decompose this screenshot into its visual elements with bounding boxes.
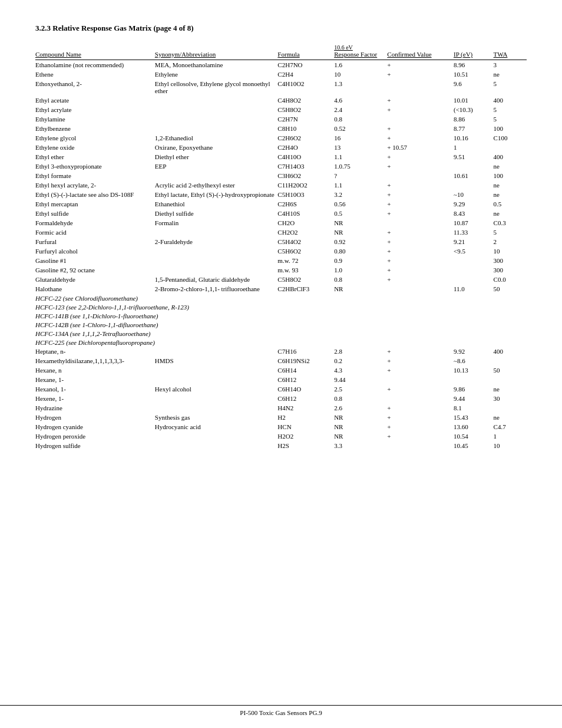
page: 3.2.3 Relative Response Gas Matrix (page… bbox=[0, 0, 562, 728]
cell-ip: 15.43 bbox=[454, 413, 494, 422]
table-row: Ethyl (S)-(-)-lactate see also DS-108FEt… bbox=[35, 190, 527, 199]
cell-compound: Ethyl mercaptan bbox=[35, 199, 155, 209]
cell-compound: Gasoline #2, 92 octane bbox=[35, 265, 155, 275]
cell-ip: 9.21 bbox=[454, 237, 494, 246]
cell-twa: 5 bbox=[494, 228, 527, 237]
cell-confirmed: + bbox=[387, 356, 454, 365]
cell-twa: 100 bbox=[494, 171, 527, 180]
cell-synonym: Diethyl sulfide bbox=[155, 209, 278, 218]
table-row: HCFC-22 (see Chlorodifluoromethane) bbox=[35, 294, 527, 302]
cell-ip: 8.1 bbox=[454, 403, 494, 413]
cell-rf: 0.9 bbox=[334, 256, 387, 265]
cell-ip: 9.86 bbox=[454, 384, 494, 394]
cell-confirmed: + bbox=[387, 162, 454, 171]
cell-ip: 1 bbox=[454, 143, 494, 152]
table-row: Ethyl sulfideDiethyl sulfideC4H10S0.5+8.… bbox=[35, 209, 527, 218]
cell-formula: C4H10O bbox=[277, 152, 334, 162]
cell-rf: 0.2 bbox=[334, 356, 387, 365]
cell-synonym bbox=[155, 394, 278, 403]
cell-confirmed: + bbox=[387, 237, 454, 246]
table-row: Hydrogen cyanideHydrocyanic acidHCNNR+13… bbox=[35, 422, 527, 431]
cell-compound: Ethyl 3-ethoxypropionate bbox=[35, 162, 155, 171]
cell-ip: 9.44 bbox=[454, 394, 494, 403]
cell-rf: NR bbox=[334, 228, 387, 237]
cell-compound: Furfuryl alcohol bbox=[35, 246, 155, 256]
cell-formula: CH2O2 bbox=[277, 228, 334, 237]
cell-confirmed: + bbox=[387, 199, 454, 209]
cell-formula: C2H7N bbox=[277, 114, 334, 124]
cell-formula: C5H4O2 bbox=[277, 237, 334, 246]
cell-confirmed bbox=[387, 284, 454, 294]
cell-formula: C5H10O3 bbox=[277, 190, 334, 199]
cell-formula: C2H7NO bbox=[277, 60, 334, 70]
cell-compound: Hydrogen cyanide bbox=[35, 422, 155, 431]
cell-ip: ~10 bbox=[454, 190, 494, 199]
cell-twa: 10 bbox=[494, 246, 527, 256]
cell-formula: C2H6S bbox=[277, 199, 334, 209]
cell-ip: 11.0 bbox=[454, 284, 494, 294]
cell-synonym bbox=[155, 375, 278, 384]
cell-rf: 2.5 bbox=[334, 384, 387, 394]
cell-formula: CH2O bbox=[277, 218, 334, 228]
cell-ip bbox=[454, 265, 494, 275]
cell-synonym: Ethanethiol bbox=[155, 199, 278, 209]
table-row: Ethanolamine (not recommended)MEA, Monoe… bbox=[35, 60, 527, 70]
cell-formula: HCN bbox=[277, 422, 334, 431]
cell-ip: 9.92 bbox=[454, 347, 494, 356]
cell-synonym bbox=[155, 171, 278, 180]
cell-rf: 2.8 bbox=[334, 347, 387, 356]
cell-formula: C8H10 bbox=[277, 124, 334, 133]
table-row: Ethylene glycol1,2-EthanediolC2H6O216+10… bbox=[35, 133, 527, 143]
cell-compound: Ethylene oxide bbox=[35, 143, 155, 152]
cell-confirmed bbox=[387, 394, 454, 403]
cell-compound: Ethanolamine (not recommended) bbox=[35, 60, 155, 70]
cell-synonym bbox=[155, 365, 278, 375]
cell-formula: C6H19NSi2 bbox=[277, 356, 334, 365]
cell-ip: <9.5 bbox=[454, 246, 494, 256]
cell-ip: (<10.3) bbox=[454, 105, 494, 114]
cell-synonym: Synthesis gas bbox=[155, 413, 278, 422]
cell-synonym: 1,5-Pentanedial, Glutaric dialdehyde bbox=[155, 275, 278, 284]
cell-ip bbox=[454, 256, 494, 265]
cell-synonym bbox=[155, 246, 278, 256]
cell-formula: m.w. 72 bbox=[277, 256, 334, 265]
cell-formula: C7H16 bbox=[277, 347, 334, 356]
cell-rf: 1.0.75 bbox=[334, 162, 387, 171]
cell-rf: 1.1 bbox=[334, 152, 387, 162]
cell-formula: C7H14O3 bbox=[277, 162, 334, 171]
cell-rf: 0.52 bbox=[334, 124, 387, 133]
cell-formula: C11H20O2 bbox=[277, 180, 334, 190]
cell-formula: H2 bbox=[277, 413, 334, 422]
cell-ip: 10.87 bbox=[454, 218, 494, 228]
table-row: Ethyl 3-ethoxypropionateEEPC7H14O31.0.75… bbox=[35, 162, 527, 171]
table-row: Ethoxyethanol, 2-Ethyl cellosolve, Ethyl… bbox=[35, 79, 527, 95]
cell-ip: 9.29 bbox=[454, 199, 494, 209]
cell-rf: 1.3 bbox=[334, 79, 387, 95]
cell-formula: C2H4 bbox=[277, 70, 334, 79]
cell-ip: 10.54 bbox=[454, 431, 494, 441]
table-row: Halothane2-Bromo-2-chloro-1,1,1- trifluo… bbox=[35, 284, 527, 294]
cell-rf: NR bbox=[334, 431, 387, 441]
cell-confirmed bbox=[387, 441, 454, 450]
cell-twa: 5 bbox=[494, 105, 527, 114]
cell-ip bbox=[454, 162, 494, 171]
cell-compound: Hexanol, 1- bbox=[35, 384, 155, 394]
cell-rf: 0.8 bbox=[334, 275, 387, 284]
cell-confirmed: + bbox=[387, 70, 454, 79]
cell-formula: C6H12 bbox=[277, 375, 334, 384]
cell-ip bbox=[454, 180, 494, 190]
cell-confirmed: + bbox=[387, 347, 454, 356]
table-row: HydrogenSynthesis gasH2NR+15.43ne bbox=[35, 413, 527, 422]
cell-formula: C6H14 bbox=[277, 365, 334, 375]
cell-twa bbox=[494, 356, 527, 365]
cell-synonym bbox=[155, 228, 278, 237]
cell-synonym: Oxirane, Epoxyethane bbox=[155, 143, 278, 152]
cell-twa: ne bbox=[494, 413, 527, 422]
cell-confirmed bbox=[387, 375, 454, 384]
cell-compound: Hexane, 1- bbox=[35, 375, 155, 384]
cell-rf: 13 bbox=[334, 143, 387, 152]
cell-synonym bbox=[155, 403, 278, 413]
table-row: Ethyl acrylateC5H8O22.4+(<10.3)5 bbox=[35, 105, 527, 114]
col-header-synonym: Synonym/Abbreviation bbox=[155, 44, 278, 60]
page-footer: PI-500 Toxic Gas Sensors PG.9 bbox=[0, 705, 562, 716]
